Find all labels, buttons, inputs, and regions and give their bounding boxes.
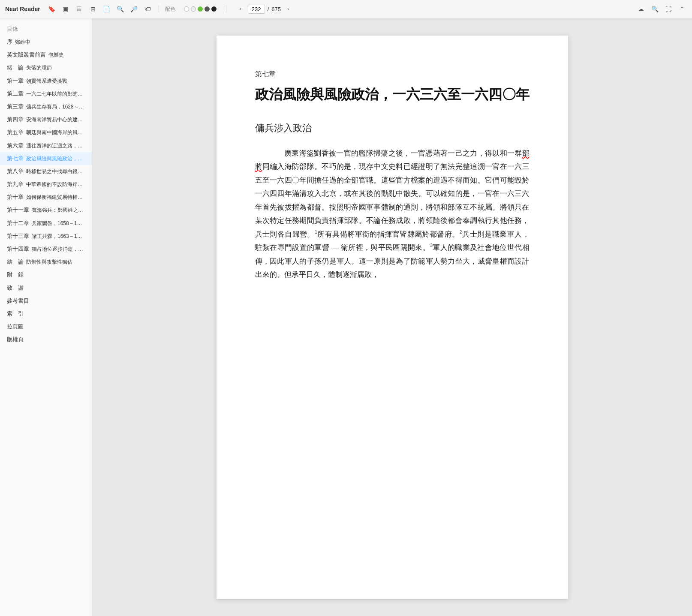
sidebar-item-ch2[interactable]: 第二章 一六二七年以前的鄭芝龍（... [0, 87, 92, 100]
sidebar-item-ch14[interactable]: 第十四章 獨占地位逐步消逝，1669～... [0, 243, 92, 255]
chapter-title: 政治風險與風險政治，一六三六至一六四〇年 [255, 84, 530, 105]
sidebar-item-ch11-title: 寬濫強兵：鄭國姓之力，1... [32, 207, 85, 214]
sidebar-item-ch6-title: 通往西洋的迂迴之路，163... [26, 142, 85, 150]
content-area: 第七章 政治風險與風險政治，一六三六至一六四〇年 傭兵涉入政治 廣東海盜劉香被一… [92, 18, 692, 616]
sidebar-item-cankao-num: 參考書目 [7, 297, 29, 305]
footnote-ref-3[interactable]: 3 [430, 243, 433, 248]
sidebar-item-ch2-num: 第二章 [7, 90, 24, 98]
color-dot-light[interactable] [191, 6, 196, 12]
search2-icon[interactable]: 🔎 [129, 4, 139, 14]
paragraph-text: 廣東海盜劉香被一官的艦隊掃蕩之後，一官憑藉著一己之力，得以和一群部將同編入海防部… [255, 149, 530, 279]
sidebar-item-ywb-num: 英文版叢書前言 [7, 51, 46, 59]
sidebar-item-latu[interactable]: 拉頁圖 [0, 320, 92, 333]
right-search-icon[interactable]: 🔍 [650, 4, 659, 14]
color-label: 配色 [165, 6, 175, 13]
sidebar-item-ch7-title: 政治風險與風險政治，163... [26, 155, 85, 162]
sidebar-item-ch12-num: 第十二章 [7, 219, 29, 227]
sidebar-item-ch8-num: 第八章 [7, 168, 24, 175]
sidebar-item-ch10[interactable]: 第十章 如何保衡福建貿易特權，1... [0, 191, 92, 204]
section-title: 傭兵涉入政治 [255, 122, 530, 135]
sidebar-item-ch4-title: 安海南洋貿易中心的建立，... [26, 116, 85, 123]
cloud-icon[interactable]: ☁ [636, 4, 646, 14]
sidebar-item-cankao[interactable]: 參考書目 [0, 294, 92, 307]
sidebar-item-ch10-title: 如何保衡福建貿易特權，1... [26, 194, 85, 201]
page-total: 675 [271, 6, 281, 12]
chapter-label: 第七章 [255, 70, 530, 79]
sidebar-item-ch3-title: 傭兵生存賽局，1628～1631 [26, 103, 85, 111]
sidebar-item-jielun-title: 防禦性與攻擊性獨佔 [26, 258, 72, 266]
sidebar-item-jielun[interactable]: 結 論 防禦性與攻擊性獨佔 [0, 255, 92, 268]
window-icon[interactable]: ▣ [61, 4, 70, 14]
main-paragraph: 廣東海盜劉香被一官的艦隊掃蕩之後，一官憑藉著一己之力，得以和一群部將同編入海防部… [255, 147, 530, 281]
sidebar-item-zhixie[interactable]: 致 謝 [0, 282, 92, 294]
right-toolbar-icons: ☁ 🔍 ⛶ ⌃ [636, 4, 687, 14]
prev-page-button[interactable]: ‹ [236, 4, 245, 14]
color-dot-darkest[interactable] [211, 6, 217, 12]
toolbar-separator2 [226, 5, 226, 13]
titlebar: Neat Reader 🔖 ▣ ☰ ⊞ 📄 🔍 🔎 🏷 配色 ‹ [0, 0, 692, 18]
sidebar-item-ch3-num: 第三章 [7, 103, 24, 111]
sidebar-item-ch4-num: 第四章 [7, 116, 24, 123]
sidebar-item-xu-num: 序 [7, 38, 12, 46]
sidebar-item-xu-title: 鄭維中 [15, 39, 30, 46]
sidebar-item-xu2[interactable]: 緒 論 失落的環節 [0, 61, 92, 74]
sidebar-item-banquan[interactable]: 版權頁 [0, 333, 92, 346]
page-navigation: ‹ 232 / 675 › [236, 4, 293, 14]
sidebar-item-ch1-num: 第一章 [7, 77, 24, 85]
sidebar-item-ch6[interactable]: 第六章 通往西洋的迂迴之路，163... [0, 139, 92, 152]
document-icon[interactable]: 📄 [102, 4, 111, 14]
sidebar-item-jielun-num: 結 論 [7, 258, 24, 266]
sidebar-item-ywb-title: 包樂史 [48, 51, 64, 59]
page-number-input[interactable]: 232 [248, 5, 265, 14]
sidebar-item-ch1[interactable]: 第一章 朝貢體系遭受挑戰 [0, 75, 92, 87]
sidebar-item-ch5[interactable]: 第五章 朝廷與南中國海岸的風暴，... [0, 126, 92, 139]
sidebar-item-ch7[interactable]: 第七章 政治風險與風險政治，163... [0, 152, 92, 165]
sidebar-item-ch14-num: 第十四章 [7, 245, 29, 253]
sidebar-item-ch9-title: 中華帝國的不設防海岸，1... [26, 181, 85, 188]
toc-header: 目錄 [0, 23, 92, 36]
grid-icon[interactable]: ⊞ [88, 4, 98, 14]
sidebar-item-ch13-title: 諸王共釁，1663～1667 [32, 233, 85, 240]
sidebar-item-ch11[interactable]: 第十一章 寬濫強兵：鄭國姓之力，1... [0, 204, 92, 216]
sidebar-item-ch2-title: 一六二七年以前的鄭芝龍（... [26, 90, 85, 98]
sidebar-item-ch5-title: 朝廷與南中國海岸的風暴，... [26, 129, 85, 136]
toolbar-separator1 [159, 5, 159, 13]
sidebar-item-ch4[interactable]: 第四章 安海南洋貿易中心的建立，... [0, 113, 92, 126]
footnote-ref-2[interactable]: 2 [460, 229, 462, 234]
sidebar-item-ch5-num: 第五章 [7, 129, 24, 136]
bookmark-icon[interactable]: 🔖 [47, 4, 57, 14]
menu-icon[interactable]: ☰ [75, 4, 84, 14]
sidebar-item-fulu-num: 附 錄 [7, 271, 24, 279]
color-dot-white[interactable] [184, 6, 189, 12]
sidebar-item-ch8[interactable]: 第八章 時移世易之中找尋白銀，1... [0, 165, 92, 178]
label-icon[interactable]: 🏷 [143, 4, 153, 14]
toolbar-icons: 🔖 ▣ ☰ ⊞ 📄 🔍 🔎 🏷 配色 ‹ 232 / 675 [47, 4, 636, 14]
fullscreen-icon[interactable]: ⛶ [664, 4, 673, 14]
sidebar-item-ch8-title: 時移世易之中找尋白銀，1... [26, 168, 85, 175]
sidebar-item-suoyin[interactable]: 索 引 [0, 307, 92, 320]
search-icon[interactable]: 🔍 [116, 4, 125, 14]
sidebar-item-ch9[interactable]: 第九章 中華帝國的不設防海岸，1... [0, 178, 92, 191]
sidebar-item-fulu[interactable]: 附 錄 [0, 268, 92, 281]
footnote-ref-1[interactable]: 1 [315, 229, 317, 234]
color-dot-green[interactable] [198, 6, 203, 12]
next-page-button[interactable]: › [283, 4, 293, 14]
annotated-text: 部將 [255, 149, 530, 171]
sidebar-item-ch3[interactable]: 第三章 傭兵生存賽局，1628～1631 [0, 100, 92, 113]
sidebar-item-banquan-num: 版權頁 [7, 336, 24, 343]
page-separator: / [268, 6, 269, 12]
sidebar: 目錄 序 鄭維中 英文版叢書前言 包樂史 緒 論 失落的環節 第一章 朝貢體系遭… [0, 18, 92, 616]
sidebar-item-ywb[interactable]: 英文版叢書前言 包樂史 [0, 48, 92, 61]
sidebar-item-ch14-title: 獨占地位逐步消逝，1669～... [32, 246, 85, 253]
sidebar-item-ch12[interactable]: 第十二章 兵家嬲魯，1658～1662 [0, 217, 92, 230]
sidebar-item-latu-num: 拉頁圖 [7, 323, 24, 331]
collapse-icon[interactable]: ⌃ [677, 4, 687, 14]
sidebar-item-ch13[interactable]: 第十三章 諸王共釁，1663～1667 [0, 230, 92, 243]
sidebar-item-xu[interactable]: 序 鄭維中 [0, 36, 92, 48]
sidebar-item-ch13-num: 第十三章 [7, 232, 29, 240]
sidebar-item-xu2-num: 緒 論 [7, 64, 24, 72]
color-dot-dark[interactable] [205, 6, 210, 12]
sidebar-item-zhixie-num: 致 謝 [7, 284, 24, 292]
sidebar-item-ch1-title: 朝貢體系遭受挑戰 [26, 78, 67, 85]
sidebar-item-ch11-num: 第十一章 [7, 206, 29, 214]
